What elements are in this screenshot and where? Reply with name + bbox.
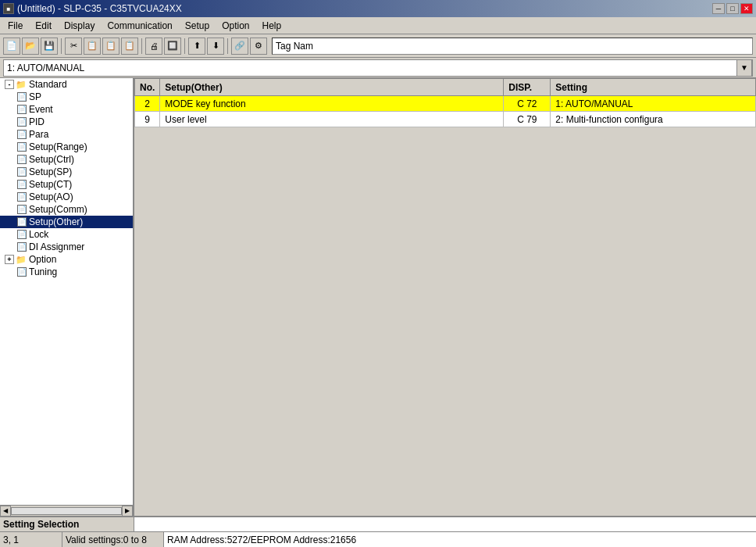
dropdown-arrow[interactable]: ▼ xyxy=(736,59,752,77)
doc-tuning-icon: 📄 xyxy=(17,267,27,277)
toolbar-download[interactable]: ⬇ xyxy=(207,38,224,55)
tree-node-setup-other[interactable]: 📄 Setup(Other) xyxy=(0,216,133,228)
scroll-right-arrow[interactable]: ▶ xyxy=(122,506,133,517)
table-row[interactable]: 2 MODE key function C 72 1: AUTO/MANUAL xyxy=(135,96,756,112)
scroll-track[interactable] xyxy=(11,507,122,515)
menu-bar: File Edit Display Communication Setup Op… xyxy=(0,17,756,34)
minimize-button[interactable]: ─ xyxy=(712,3,725,14)
status-top: Setting Selection xyxy=(0,517,756,532)
tree-label-para: Para xyxy=(29,129,48,140)
tree-label-option: Option xyxy=(29,254,56,265)
folder-standard-icon: 📁 xyxy=(16,80,27,90)
cell-setting-1: 1: AUTO/MANUAL xyxy=(551,96,756,112)
app-icon: ■ xyxy=(3,3,14,14)
menu-option[interactable]: Option xyxy=(216,19,255,33)
doc-event-icon: 📄 xyxy=(17,105,27,114)
table-panel: No. Setup(Other) DISP. Setting 2 MODE ke… xyxy=(134,78,756,516)
title-bar-controls[interactable]: ─ □ ✕ xyxy=(712,3,753,14)
tree-node-pid[interactable]: 📄 PID xyxy=(0,116,133,128)
toolbar-open[interactable]: 📂 xyxy=(22,38,39,55)
toolbar-sep2 xyxy=(141,38,142,54)
col-header-no: No. xyxy=(135,79,160,96)
menu-file[interactable]: File xyxy=(2,19,29,33)
cell-no-2: 9 xyxy=(135,112,160,127)
toolbar-save[interactable]: 💾 xyxy=(41,38,58,55)
toolbar-settings[interactable]: ⚙ xyxy=(250,38,267,55)
tree-node-setup-range[interactable]: 📄 Setup(Range) xyxy=(0,141,133,153)
toolbar-copy2[interactable]: 📋 xyxy=(121,38,138,55)
tree-node-setup-ao[interactable]: 📄 Setup(AO) xyxy=(0,191,133,203)
tag-name-text: Tag Nam xyxy=(276,41,313,52)
menu-communication[interactable]: Communication xyxy=(101,19,178,33)
tree-node-sp[interactable]: 📄 SP xyxy=(0,91,133,103)
tree-node-setup-sp[interactable]: 📄 Setup(SP) xyxy=(0,166,133,178)
col-header-setting: Setting xyxy=(551,79,756,96)
folder-option-icon: 📁 xyxy=(16,255,27,265)
toolbar-preview[interactable]: 🔲 xyxy=(164,38,181,55)
col-header-setup: Setup(Other) xyxy=(160,79,504,96)
close-button[interactable]: ✕ xyxy=(740,3,753,14)
menu-edit[interactable]: Edit xyxy=(29,19,58,33)
doc-sp-icon: 📄 xyxy=(17,92,27,102)
expand-option-icon[interactable]: + xyxy=(5,255,14,264)
table-header-row: No. Setup(Other) DISP. Setting xyxy=(135,79,756,96)
table-row[interactable]: 9 User level C 79 2: Multi-function conf… xyxy=(135,112,756,127)
toolbar-sep4 xyxy=(227,38,228,54)
menu-setup[interactable]: Setup xyxy=(179,19,216,33)
toolbar-paste[interactable]: 📋 xyxy=(102,38,119,55)
col-header-disp: DISP. xyxy=(504,79,551,96)
doc-setup-ao-icon: 📄 xyxy=(17,192,27,202)
cell-setup-2: User level xyxy=(160,112,504,127)
dropdown-bar: 1: AUTO/MANUAL ▼ xyxy=(0,58,756,78)
scroll-left-arrow[interactable]: ◀ xyxy=(0,506,11,517)
doc-pid-icon: 📄 xyxy=(17,117,27,127)
tree-node-lock[interactable]: 📄 Lock xyxy=(0,228,133,241)
tree-node-setup-ct[interactable]: 📄 Setup(CT) xyxy=(0,178,133,191)
tree-label-tuning: Tuning xyxy=(29,266,57,277)
cell-disp-1: C 72 xyxy=(504,96,551,112)
maximize-button[interactable]: □ xyxy=(726,3,739,14)
main-content: - 📁 Standard 📄 SP 📄 Event 📄 PID xyxy=(0,78,756,516)
tree-node-di-assignmer[interactable]: 📄 DI Assignmer xyxy=(0,241,133,253)
toolbar-new[interactable]: 📄 xyxy=(3,38,20,55)
menu-help[interactable]: Help xyxy=(255,19,287,33)
toolbar-upload[interactable]: ⬆ xyxy=(188,38,205,55)
doc-setup-range-icon: 📄 xyxy=(17,142,27,152)
toolbar-compare[interactable]: 🔗 xyxy=(231,38,248,55)
doc-setup-ct-icon: 📄 xyxy=(17,180,27,189)
tree-node-option[interactable]: + 📁 Option xyxy=(0,253,133,266)
expand-standard-icon[interactable]: - xyxy=(5,80,14,89)
cell-no-1: 2 xyxy=(135,96,160,112)
toolbar-print[interactable]: 🖨 xyxy=(145,38,162,55)
tree-label-setup-ao: Setup(AO) xyxy=(29,191,73,202)
tree-node-event[interactable]: 📄 Event xyxy=(0,103,133,116)
cell-setup-1: MODE key function xyxy=(160,96,504,112)
toolbar: 📄 📂 💾 ✂ 📋 📋 📋 🖨 🔲 ⬆ ⬇ 🔗 ⚙ Tag Nam xyxy=(0,34,756,58)
tree-label-pid: PID xyxy=(29,116,45,127)
tree-node-standard[interactable]: - 📁 Standard xyxy=(0,78,133,91)
doc-setup-sp-icon: 📄 xyxy=(17,167,27,177)
tree-node-para[interactable]: 📄 Para xyxy=(0,128,133,141)
doc-setup-other-icon: 📄 xyxy=(17,217,27,227)
tree-node-tuning[interactable]: 📄 Tuning xyxy=(0,266,133,278)
doc-lock-icon: 📄 xyxy=(17,230,27,239)
doc-setup-ctrl-icon: 📄 xyxy=(17,155,27,164)
status-valid: Valid settings:0 to 8 xyxy=(62,532,164,547)
title-bar-left: ■ (Untitled) - SLP-C35 - C35TVCUA24XX xyxy=(3,3,182,14)
tree-scrollbar[interactable]: ◀ ▶ xyxy=(0,505,133,516)
dropdown-selected-value: 1: AUTO/MANUAL xyxy=(4,63,737,73)
doc-para-icon: 📄 xyxy=(17,130,27,139)
setup-table: No. Setup(Other) DISP. Setting 2 MODE ke… xyxy=(134,78,756,127)
menu-display[interactable]: Display xyxy=(58,19,101,33)
tree-label-setup-ctrl: Setup(Ctrl) xyxy=(29,154,74,165)
tag-name-field[interactable]: Tag Nam xyxy=(272,38,753,55)
toolbar-cut[interactable]: ✂ xyxy=(65,38,82,55)
status-bar: Setting Selection 3, 1 Valid settings:0 … xyxy=(0,516,756,547)
tree-label-setup-comm: Setup(Comm) xyxy=(29,204,87,215)
tree-label-sp: SP xyxy=(29,91,41,102)
tree-scroll-area[interactable]: - 📁 Standard 📄 SP 📄 Event 📄 PID xyxy=(0,78,133,505)
toolbar-copy[interactable]: 📋 xyxy=(84,38,101,55)
tree-node-setup-comm[interactable]: 📄 Setup(Comm) xyxy=(0,203,133,216)
tree-node-setup-ctrl[interactable]: 📄 Setup(Ctrl) xyxy=(0,153,133,166)
doc-di-icon: 📄 xyxy=(17,242,27,252)
